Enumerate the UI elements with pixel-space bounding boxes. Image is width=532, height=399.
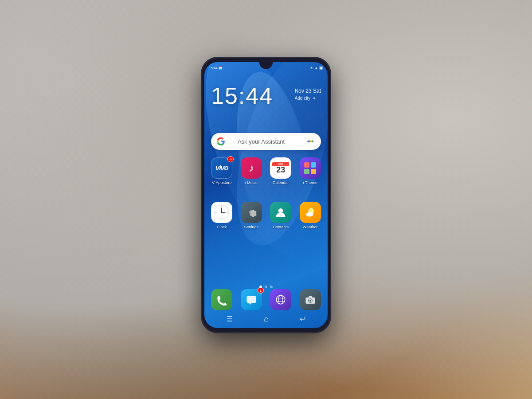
chat-icon: [245, 293, 258, 306]
itheme-label: i Theme: [303, 180, 317, 185]
dock-item-camera[interactable]: [297, 289, 324, 310]
phone-body: 15:44 📩 ☀ ▲ ■ 15:44 Nov 23 Sat Add city …: [202, 58, 330, 332]
camera-icon: [300, 289, 321, 310]
date-display: Nov 23 Sat: [295, 88, 321, 94]
svg-point-18: [309, 211, 313, 216]
wifi-icon: ▲: [314, 66, 318, 70]
person-icon: [274, 206, 287, 219]
imusic-label: i Music: [245, 180, 258, 185]
vappstore-icon: vivo 4: [211, 157, 232, 179]
navigation-bar: ☰ ⌂ ↩: [211, 314, 321, 324]
sun-icon: ☀: [312, 96, 316, 101]
browser-icon: [270, 289, 291, 310]
clock-widget: 15:44 Nov 23 Sat Add city ☀: [211, 84, 321, 107]
theme-box-2: [311, 162, 316, 168]
page-dots: [204, 286, 328, 288]
messages-badge: 1: [258, 287, 264, 293]
imusic-icon: ♪: [241, 157, 262, 179]
music-note-icon: ♪: [249, 162, 254, 174]
messages-icon: 1: [241, 289, 262, 310]
app-item-calendar[interactable]: SAT 23 Calendar: [268, 157, 294, 185]
svg-rect-19: [246, 296, 256, 303]
nav-menu-icon[interactable]: ☰: [227, 315, 233, 323]
calendar-date: 23: [276, 166, 285, 175]
theme-grid: [301, 159, 320, 178]
globe-icon: [274, 293, 287, 306]
app-item-clock[interactable]: Clock: [209, 202, 235, 229]
vappstore-label: V-Appstore: [212, 180, 232, 185]
brightness-icon: ☀: [310, 66, 313, 70]
phone-container: 15:44 📩 ☀ ▲ ■ 15:44 Nov 23 Sat Add city …: [202, 58, 330, 332]
app-grid-row2: Clock Settings: [209, 202, 323, 229]
clock-svg: [214, 204, 230, 220]
phone-app-icon: [211, 289, 232, 310]
theme-box-1: [304, 162, 309, 168]
svg-point-20: [276, 295, 285, 304]
calendar-label: Calendar: [273, 180, 289, 185]
app-item-contacts[interactable]: Contacts: [268, 202, 294, 229]
settings-icon: [241, 202, 262, 223]
search-placeholder: Ask your Assistant: [229, 138, 306, 145]
add-city-label: Add city: [295, 96, 311, 101]
weather-icon: [300, 202, 321, 223]
phone-screen: 15:44 📩 ☀ ▲ ■ 15:44 Nov 23 Sat Add city …: [204, 62, 328, 328]
page-dot-3: [270, 286, 273, 288]
main-clock-time: 15:44: [211, 84, 273, 107]
calendar-display: SAT 23: [272, 162, 289, 175]
app-grid-row1: vivo 4 V-Appstore ♪ i Music S: [209, 157, 323, 185]
weather-svg: [303, 205, 317, 219]
status-right: ☀ ▲ ■: [310, 66, 323, 70]
calendar-icon: SAT 23: [270, 157, 291, 179]
google-logo: [216, 137, 225, 146]
app-item-itheme[interactable]: i Theme: [297, 157, 324, 185]
dock-item-phone[interactable]: [209, 289, 235, 310]
app-item-weather[interactable]: Weather: [297, 202, 324, 229]
nav-home-icon[interactable]: ⌂: [264, 314, 269, 324]
status-notif: 📩: [219, 66, 223, 70]
dock-item-messages[interactable]: 1: [239, 289, 265, 310]
app-item-settings[interactable]: Settings: [239, 202, 265, 229]
camera-svg: [304, 293, 317, 306]
theme-box-3: [304, 169, 309, 174]
phone-call-icon: [216, 294, 227, 305]
vivo-label: vivo: [215, 164, 228, 172]
dock-item-browser[interactable]: [268, 289, 294, 310]
svg-point-21: [278, 295, 283, 304]
page-dot-2: [265, 286, 267, 288]
svg-point-13: [278, 208, 283, 213]
contacts-label: Contacts: [273, 225, 289, 229]
settings-label: Settings: [244, 225, 258, 229]
weather-label: Weather: [303, 225, 318, 229]
add-city[interactable]: Add city ☀: [295, 96, 321, 101]
nav-back-icon[interactable]: ↩: [300, 315, 305, 323]
itheme-icon: [300, 157, 321, 179]
theme-box-4: [311, 169, 316, 174]
assistant-icon: [306, 137, 316, 146]
date-info: Nov 23 Sat Add city ☀: [295, 84, 321, 101]
clock-label: Clock: [217, 225, 227, 229]
search-bar[interactable]: Ask your Assistant: [211, 133, 321, 150]
clock-icon: [211, 202, 232, 223]
svg-point-4: [312, 141, 314, 143]
status-left: 15:44 📩: [209, 66, 223, 70]
svg-point-26: [309, 300, 311, 301]
contacts-icon: [270, 202, 291, 223]
gear-icon: [244, 205, 258, 219]
app-dock: 1: [209, 289, 323, 310]
vappstore-badge: 4: [227, 156, 234, 162]
battery-icon: ■: [319, 66, 323, 70]
app-item-imusic[interactable]: ♪ i Music: [239, 157, 265, 185]
app-item-vappstore[interactable]: vivo 4 V-Appstore: [209, 157, 235, 185]
status-time: 15:44: [209, 66, 218, 70]
